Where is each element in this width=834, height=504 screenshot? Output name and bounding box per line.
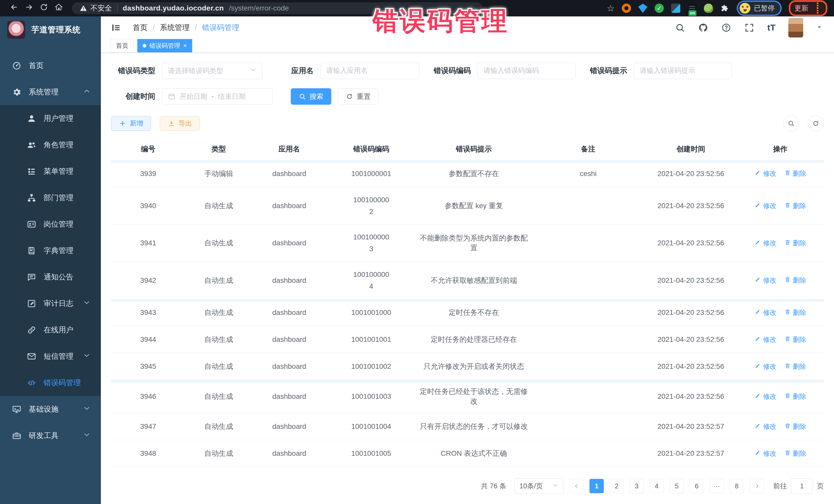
breadcrumb-system[interactable]: 系统管理 bbox=[160, 23, 190, 33]
page-button-3[interactable]: 3 bbox=[630, 479, 644, 493]
page-size-select[interactable]: 10条/页 bbox=[514, 478, 564, 494]
delete-link[interactable]: 删除 bbox=[784, 422, 806, 431]
tab-error-code[interactable]: 错误码管理 × bbox=[137, 39, 192, 52]
logo-image bbox=[8, 21, 25, 38]
sidebar-item-user[interactable]: 用户管理 bbox=[0, 105, 101, 132]
forward-icon[interactable] bbox=[22, 3, 37, 14]
delete-link[interactable]: 删除 bbox=[784, 392, 806, 401]
cell-time: 2021-04-20 23:52:56 bbox=[645, 326, 737, 353]
search-icon[interactable] bbox=[675, 23, 685, 33]
help-icon[interactable] bbox=[721, 23, 731, 33]
delete-link[interactable]: 删除 bbox=[784, 308, 806, 317]
show-search-button[interactable] bbox=[783, 115, 799, 131]
delete-link[interactable]: 删除 bbox=[784, 335, 806, 344]
extension-grid-icon[interactable] bbox=[671, 4, 680, 13]
page-ellipsis[interactable]: ··· bbox=[709, 479, 724, 493]
extension-donut-icon[interactable] bbox=[622, 4, 631, 13]
sidebar-item-id-card[interactable]: 岗位管理 bbox=[0, 211, 101, 237]
export-button[interactable]: 导出 bbox=[160, 116, 200, 131]
chevron-down-icon bbox=[552, 482, 559, 490]
goto-page-input[interactable] bbox=[791, 478, 813, 494]
update-button[interactable]: 更新 bbox=[794, 4, 808, 13]
caret-down-icon[interactable] bbox=[816, 24, 823, 31]
tab-home[interactable]: 首页 bbox=[111, 39, 134, 52]
delete-link[interactable]: 删除 bbox=[784, 239, 806, 248]
date-separator: - bbox=[212, 92, 214, 100]
app-logo-row[interactable]: 芋道管理系统 bbox=[0, 17, 101, 43]
sidebar-item-audit-log[interactable]: 审计日志 bbox=[0, 290, 101, 317]
sidebar-item-users[interactable]: 角色管理 bbox=[0, 132, 101, 158]
edit-link[interactable]: 修改 bbox=[754, 239, 776, 248]
refresh-button[interactable] bbox=[808, 115, 824, 131]
sidebar-item-online-user[interactable]: 在线用户 bbox=[0, 317, 101, 343]
delete-link[interactable]: 删除 bbox=[784, 169, 806, 178]
edit-link[interactable]: 修改 bbox=[754, 449, 776, 458]
page-button-1[interactable]: 1 bbox=[589, 479, 604, 493]
sidebar-item-devtools[interactable]: 研发工具 bbox=[0, 422, 101, 449]
error-msg-input[interactable] bbox=[640, 67, 726, 75]
browser-update-area[interactable]: 更新 ⋮⋮ bbox=[789, 0, 827, 16]
url-separator bbox=[117, 4, 117, 12]
dashboard-icon bbox=[12, 61, 22, 70]
edit-link[interactable]: 修改 bbox=[754, 276, 776, 285]
error-type-select[interactable]: 请选择错误码类型 bbox=[162, 63, 263, 79]
page-button-5[interactable]: 5 bbox=[670, 479, 684, 493]
reload-icon[interactable] bbox=[37, 3, 51, 14]
sidebar-item-dashboard[interactable]: 首页 bbox=[0, 52, 101, 79]
sidebar-item-announcement[interactable]: 通知公告 bbox=[0, 264, 101, 290]
edit-link[interactable]: 修改 bbox=[754, 362, 776, 371]
delete-link[interactable]: 删除 bbox=[784, 201, 806, 211]
reset-button[interactable]: 重置 bbox=[338, 88, 378, 105]
page-button-2[interactable]: 2 bbox=[610, 479, 624, 493]
sidebar-item-infrastructure[interactable]: 基础设施 bbox=[0, 396, 101, 422]
fullscreen-icon[interactable] bbox=[744, 23, 754, 33]
sidebar-item-gear[interactable]: 系统管理 bbox=[0, 79, 101, 105]
search-button[interactable]: 搜索 bbox=[291, 88, 331, 105]
error-code-input[interactable] bbox=[483, 67, 570, 75]
sidebar-item-org-tree[interactable]: 部门管理 bbox=[0, 184, 101, 211]
extension-check-icon[interactable]: ✓ bbox=[655, 4, 664, 13]
page-button-8[interactable]: 8 bbox=[729, 479, 744, 493]
github-icon[interactable] bbox=[698, 23, 708, 33]
app-name-input[interactable] bbox=[326, 67, 413, 75]
page-button-4[interactable]: 4 bbox=[650, 479, 664, 493]
delete-link[interactable]: 删除 bbox=[784, 362, 806, 371]
edit-link[interactable]: 修改 bbox=[754, 169, 776, 178]
extension-gem-icon[interactable] bbox=[638, 4, 648, 13]
user-avatar[interactable] bbox=[788, 18, 803, 38]
cell-type: 自动生成 bbox=[185, 413, 252, 440]
end-date-placeholder[interactable]: 结束日期 bbox=[218, 92, 246, 101]
date-range-picker[interactable]: 开始日期 - 结束日期 bbox=[162, 88, 273, 105]
add-button[interactable]: 新增 bbox=[111, 116, 151, 131]
next-page-button[interactable] bbox=[750, 479, 764, 493]
home-icon[interactable] bbox=[51, 3, 66, 14]
column-header: 编号 bbox=[111, 138, 185, 160]
close-icon[interactable]: × bbox=[183, 43, 187, 49]
edit-link[interactable]: 修改 bbox=[754, 392, 776, 401]
extension-tool-icon[interactable] bbox=[704, 4, 713, 13]
edit-link[interactable]: 修改 bbox=[754, 201, 776, 211]
page-button-6[interactable]: 6 bbox=[689, 479, 704, 493]
edit-link[interactable]: 修改 bbox=[754, 335, 776, 344]
sidebar-item-menu-list[interactable]: 菜单管理 bbox=[0, 158, 101, 184]
back-icon[interactable] bbox=[7, 3, 22, 14]
bookmark-star-icon[interactable]: ☆ bbox=[607, 3, 615, 13]
browser-menu-icon[interactable]: ⋮⋮ bbox=[813, 3, 822, 13]
edit-link[interactable]: 修改 bbox=[754, 422, 776, 431]
sidebar-item-book[interactable]: 字典管理 bbox=[0, 237, 101, 264]
browser-profile-chip[interactable]: 已暂停 bbox=[737, 1, 782, 16]
prev-page-button[interactable] bbox=[569, 479, 584, 493]
hamburger-icon[interactable] bbox=[111, 22, 122, 33]
delete-icon bbox=[784, 202, 791, 210]
breadcrumb-home[interactable]: 首页 bbox=[133, 23, 148, 33]
font-size-icon[interactable]: tT bbox=[767, 23, 775, 32]
start-date-placeholder[interactable]: 开始日期 bbox=[180, 92, 207, 101]
delete-link[interactable]: 删除 bbox=[784, 449, 806, 458]
delete-link[interactable]: 删除 bbox=[784, 276, 806, 285]
sidebar-item-code[interactable]: 错误码管理 bbox=[0, 370, 101, 396]
edit-link[interactable]: 修改 bbox=[754, 308, 776, 317]
not-secure-warning[interactable]: 不安全 bbox=[80, 3, 112, 13]
extension-list-icon[interactable]: on bbox=[687, 4, 697, 13]
extensions-puzzle-icon[interactable] bbox=[720, 4, 729, 13]
sidebar-item-sms[interactable]: 短信管理 bbox=[0, 343, 101, 370]
